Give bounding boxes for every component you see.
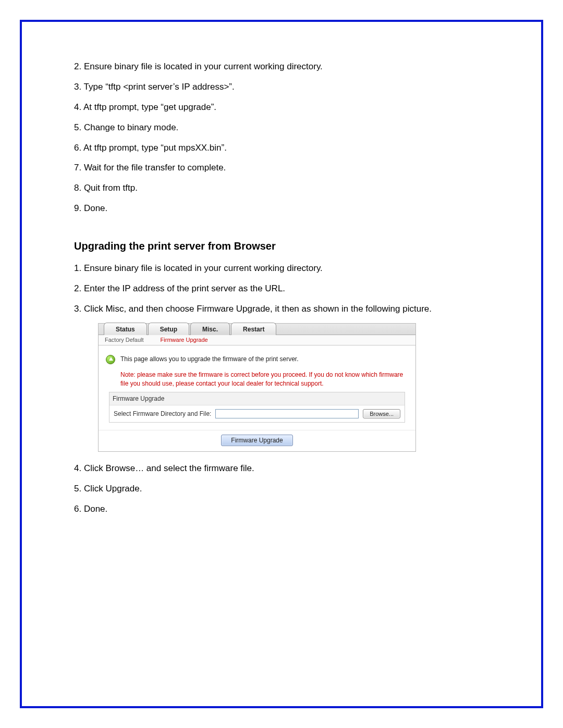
- step: 5. Change to binary mode.: [74, 120, 489, 135]
- tab-misc[interactable]: Misc.: [190, 323, 230, 335]
- step: 3. Type “tftp <print server’s IP address…: [74, 80, 489, 95]
- info-area: This page allows you to upgrade the firm…: [99, 346, 415, 430]
- note-label: Note:: [120, 371, 136, 378]
- submenu: Factory Default Firmware Upgrade: [99, 335, 415, 346]
- tab-status[interactable]: Status: [104, 323, 147, 335]
- info-text: This page allows you to upgrade the firm…: [120, 355, 299, 364]
- firmware-upgrade-button[interactable]: Firmware Upgrade: [221, 435, 292, 446]
- submenu-factory-default[interactable]: Factory Default: [105, 336, 144, 344]
- submenu-firmware-upgrade[interactable]: Firmware Upgrade: [161, 336, 208, 344]
- section-heading: Upgrading the print server from Browser: [74, 238, 489, 254]
- tab-setup[interactable]: Setup: [148, 323, 189, 335]
- firmware-box-title: Firmware Upgrade: [109, 392, 405, 405]
- firmware-upgrade-box: Firmware Upgrade Select Firmware Directo…: [109, 392, 405, 423]
- upgrade-button-row: Firmware Upgrade: [99, 430, 415, 451]
- firmware-upgrade-panel: Status Setup Misc. Restart Factory Defau…: [98, 323, 416, 452]
- note-body: please make sure the firmware is correct…: [120, 371, 403, 387]
- step: 2. Ensure binary file is located in your…: [74, 59, 489, 75]
- browse-button[interactable]: Browse...: [363, 409, 400, 418]
- step: 1. Ensure binary file is located in your…: [74, 261, 489, 276]
- note-text: Note: please make sure the firmware is c…: [120, 371, 408, 388]
- step: 5. Click Upgrade.: [74, 482, 489, 497]
- step: 3. Click Misc, and then choose Firmware …: [74, 302, 489, 317]
- firmware-file-input[interactable]: [215, 409, 359, 418]
- upload-icon: [106, 355, 115, 364]
- tab-bar: Status Setup Misc. Restart: [99, 324, 415, 335]
- step: 7. Wait for the file transfer to complet…: [74, 161, 489, 176]
- step: 8. Quit from tftp.: [74, 181, 489, 196]
- page-content: 2. Ensure binary file is located in your…: [22, 22, 541, 543]
- step: 2. Enter the IP address of the print ser…: [74, 281, 489, 297]
- select-file-label: Select Firmware Directory and File:: [114, 409, 211, 418]
- step: 6. Done.: [74, 502, 489, 517]
- step: 4. At tftp prompt, type “get upgrade”.: [74, 100, 489, 115]
- tab-restart[interactable]: Restart: [231, 323, 276, 335]
- step: 4. Click Browse… and select the firmware…: [74, 461, 489, 476]
- step: 6. At tftp prompt, type “put mpsXX.bin”.: [74, 141, 489, 156]
- step: 9. Done.: [74, 201, 489, 216]
- page-border: 2. Ensure binary file is located in your…: [20, 20, 543, 708]
